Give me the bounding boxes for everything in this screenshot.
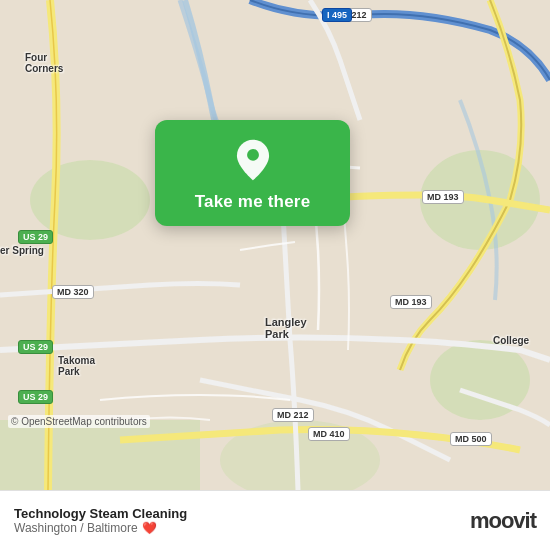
location-pin-icon <box>231 138 275 182</box>
road-badge-md193-2: MD 193 <box>390 295 432 309</box>
footer-title: Technology Steam Cleaning <box>14 506 187 521</box>
map-container: US 29 US 29 US 29 MD 320 MD 212 MD 212 M… <box>0 0 550 490</box>
road-badge-us29-1: US 29 <box>18 230 53 244</box>
moovit-logo: moovit <box>470 508 536 534</box>
road-badge-us29-2: US 29 <box>18 340 53 354</box>
road-badge-md500: MD 500 <box>450 432 492 446</box>
road-badge-md193-1: MD 193 <box>422 190 464 204</box>
svg-rect-4 <box>0 420 200 490</box>
road-badge-us29-3: US 29 <box>18 390 53 404</box>
footer-subtitle: Washington / Baltimore ❤️ <box>14 521 187 535</box>
road-badge-md320: MD 320 <box>52 285 94 299</box>
popup-label: Take me there <box>195 192 311 212</box>
osm-credit: © OpenStreetMap contributors <box>8 415 150 428</box>
road-badge-i495: I 495 <box>322 8 352 22</box>
moovit-text: moovit <box>470 508 536 534</box>
road-badge-md212-2: MD 212 <box>272 408 314 422</box>
svg-point-1 <box>30 160 150 240</box>
take-me-there-button[interactable]: Take me there <box>155 120 350 226</box>
footer-bar: Technology Steam Cleaning Washington / B… <box>0 490 550 550</box>
footer-info: Technology Steam Cleaning Washington / B… <box>14 506 187 535</box>
road-badge-md410: MD 410 <box>308 427 350 441</box>
svg-point-6 <box>247 149 259 161</box>
